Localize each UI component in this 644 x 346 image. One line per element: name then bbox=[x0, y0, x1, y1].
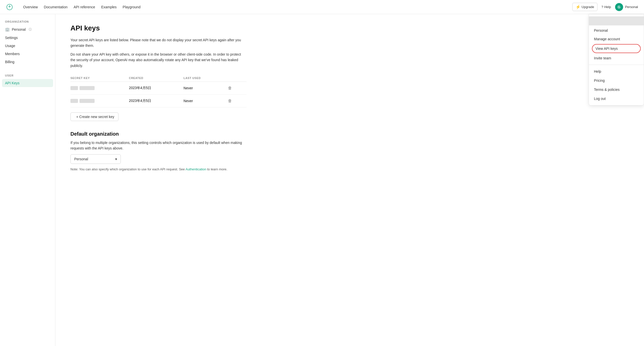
create-secret-key-button[interactable]: + Create new secret key bbox=[70, 112, 118, 121]
sidebar-item-members[interactable]: Members bbox=[0, 50, 55, 58]
nav-api-reference[interactable]: API reference bbox=[74, 5, 95, 9]
delete-key-1-button[interactable]: 🗑 bbox=[227, 85, 233, 91]
key-last-used-2: Never bbox=[184, 94, 227, 107]
sidebar-item-usage[interactable]: Usage bbox=[0, 42, 55, 50]
sidebar-usage-label: Usage bbox=[5, 44, 15, 48]
info-icon: ⓘ bbox=[29, 27, 32, 32]
key-placeholder-2 bbox=[70, 99, 126, 103]
org-select-dropdown[interactable]: Personal ▾ bbox=[70, 154, 121, 164]
key-value-1 bbox=[70, 82, 129, 94]
description-2: Do not share your API key with others, o… bbox=[70, 52, 247, 68]
topnav-links: Overview Documentation API reference Exa… bbox=[23, 5, 140, 9]
nav-overview[interactable]: Overview bbox=[23, 5, 38, 9]
chevron-down-icon: ▾ bbox=[115, 157, 117, 161]
key-created-2: 2023年4月5日 bbox=[129, 94, 184, 107]
dropdown-help[interactable]: Help bbox=[589, 67, 644, 76]
help-circle-icon: ? bbox=[601, 5, 603, 9]
user-avatar: G bbox=[615, 3, 623, 11]
dropdown-logout[interactable]: Log out bbox=[589, 94, 644, 103]
note-text: Note: You can also specify which organiz… bbox=[70, 167, 247, 171]
sidebar-members-label: Members bbox=[5, 52, 20, 56]
sidebar-org-section-label: ORGANIZATION bbox=[0, 20, 55, 25]
logo[interactable] bbox=[6, 4, 13, 11]
dropdown-header bbox=[589, 16, 644, 25]
table-row: 2023年4月5日 Never 🗑 bbox=[70, 94, 247, 107]
key-created-1: 2023年4月5日 bbox=[129, 82, 184, 94]
default-org-title: Default organization bbox=[70, 131, 629, 137]
key-last-used-1: Never bbox=[184, 82, 227, 94]
layout: ORGANIZATION 🏢 Personal ⓘ Settings Usage… bbox=[0, 14, 644, 346]
col-header-created: CREATED bbox=[129, 74, 184, 82]
user-menu-button[interactable]: G Personal bbox=[615, 3, 638, 11]
key-actions-2: 🗑 bbox=[227, 94, 247, 107]
col-header-secret-key: SECRET KEY bbox=[70, 74, 129, 82]
sidebar-personal-label: Personal bbox=[12, 27, 26, 31]
key-value-2 bbox=[70, 94, 129, 107]
org-select-value: Personal bbox=[74, 157, 88, 161]
nav-playground[interactable]: Playground bbox=[123, 5, 141, 9]
key-actions-1: 🗑 bbox=[227, 82, 247, 94]
create-secret-key-label: + Create new secret key bbox=[76, 115, 114, 119]
sidebar-item-api-keys[interactable]: API Keys bbox=[2, 79, 53, 87]
sidebar: ORGANIZATION 🏢 Personal ⓘ Settings Usage… bbox=[0, 14, 55, 346]
key-box-short-2 bbox=[70, 99, 78, 103]
note-text-prefix: Note: You can also specify which organiz… bbox=[70, 167, 185, 171]
help-label: Help bbox=[604, 5, 611, 9]
nav-documentation[interactable]: Documentation bbox=[44, 5, 67, 9]
col-header-actions bbox=[227, 74, 247, 82]
topnav: Overview Documentation API reference Exa… bbox=[0, 0, 644, 14]
key-box-long bbox=[79, 86, 95, 90]
sidebar-user-section-label: USER bbox=[0, 72, 55, 79]
delete-key-2-button[interactable]: 🗑 bbox=[227, 98, 233, 104]
col-header-last-used: LAST USED bbox=[184, 74, 227, 82]
sidebar-item-settings[interactable]: Settings bbox=[0, 34, 55, 42]
sidebar-settings-label: Settings bbox=[5, 36, 18, 40]
user-dropdown-menu: Personal Manage account View API keys In… bbox=[589, 14, 644, 105]
page-title: API keys bbox=[70, 24, 629, 32]
main-content: API keys Your secret API keys are listed… bbox=[55, 14, 644, 346]
key-box-long-2 bbox=[79, 99, 95, 103]
dropdown-divider bbox=[589, 65, 644, 65]
table-row: 2023年4月5日 Never 🗑 bbox=[70, 82, 247, 94]
dropdown-personal-label: Personal bbox=[589, 26, 644, 34]
description-1: Your secret API keys are listed below. P… bbox=[70, 37, 247, 49]
dropdown-terms[interactable]: Terms & policies bbox=[589, 85, 644, 94]
dropdown-pricing[interactable]: Pricing bbox=[589, 76, 644, 85]
dropdown-manage-account[interactable]: Manage account bbox=[589, 34, 644, 44]
organization-icon: 🏢 bbox=[5, 27, 10, 32]
topnav-right: ⚡ Upgrade ? Help G Personal bbox=[572, 3, 638, 11]
bolt-icon: ⚡ bbox=[576, 5, 581, 9]
nav-examples[interactable]: Examples bbox=[101, 5, 116, 9]
sidebar-api-keys-label: API Keys bbox=[5, 81, 20, 85]
sidebar-divider bbox=[0, 66, 55, 70]
help-button[interactable]: ? Help bbox=[601, 5, 611, 9]
user-label: Personal bbox=[625, 5, 638, 9]
dropdown-invite-team[interactable]: Invite team bbox=[589, 54, 644, 63]
note-text-suffix: to learn more. bbox=[206, 167, 227, 171]
key-placeholder-1 bbox=[70, 86, 126, 90]
key-box-short bbox=[70, 86, 78, 90]
dropdown-view-api-keys[interactable]: View API keys bbox=[592, 44, 641, 53]
sidebar-billing-label: Billing bbox=[5, 60, 14, 64]
authentication-link[interactable]: Authentication bbox=[185, 167, 206, 171]
upgrade-label: Upgrade bbox=[582, 5, 594, 9]
default-org-desc: If you belong to multiple organizations,… bbox=[70, 140, 247, 151]
upgrade-button[interactable]: ⚡ Upgrade bbox=[572, 3, 597, 11]
api-keys-table: SECRET KEY CREATED LAST USED 2023年4月5日 bbox=[70, 74, 247, 107]
sidebar-item-billing[interactable]: Billing bbox=[0, 58, 55, 66]
sidebar-item-personal[interactable]: 🏢 Personal ⓘ bbox=[0, 25, 55, 34]
